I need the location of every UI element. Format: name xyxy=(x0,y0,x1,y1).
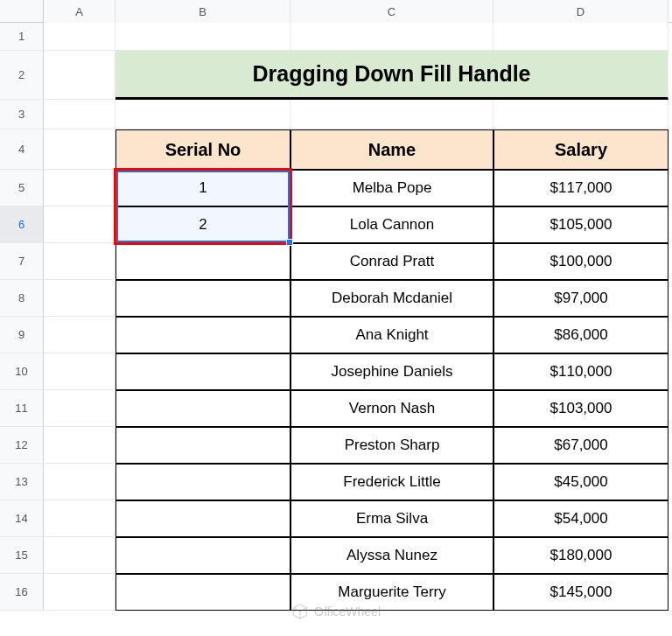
col-header-a[interactable]: A xyxy=(44,0,116,23)
serial-cell[interactable] xyxy=(116,317,290,353)
watermark-text: OfficeWheel xyxy=(314,605,381,619)
row-header[interactable]: 3 xyxy=(0,100,44,129)
watermark: OfficeWheel xyxy=(291,603,381,620)
cell[interactable] xyxy=(44,206,116,243)
serial-cell[interactable] xyxy=(116,537,290,574)
cell[interactable] xyxy=(290,23,494,51)
row-header[interactable]: 8 xyxy=(0,280,44,317)
serial-cell[interactable] xyxy=(116,243,290,280)
name-cell[interactable]: Ana Knight xyxy=(290,317,494,353)
row-header[interactable]: 13 xyxy=(0,464,44,500)
salary-cell[interactable]: $117,000 xyxy=(494,170,668,206)
logo-icon xyxy=(291,603,309,620)
row-header[interactable]: 9 xyxy=(0,317,44,353)
cell[interactable] xyxy=(44,390,116,427)
cell[interactable] xyxy=(44,537,116,574)
name-cell[interactable]: Preston Sharp xyxy=(290,427,494,464)
name-cell[interactable]: Erma Silva xyxy=(290,500,494,537)
serial-cell[interactable] xyxy=(116,280,290,317)
col-header-c[interactable]: C xyxy=(290,0,494,23)
cell[interactable] xyxy=(44,129,116,170)
row-headers: 1 2 3 4 5 6 7 8 9 10 11 12 13 14 15 16 xyxy=(0,23,44,611)
cell[interactable] xyxy=(116,100,290,129)
cell[interactable] xyxy=(44,280,116,317)
cell[interactable] xyxy=(44,243,116,280)
cell[interactable] xyxy=(290,100,494,129)
salary-cell[interactable]: $100,000 xyxy=(494,243,668,280)
serial-cell[interactable]: 2 xyxy=(116,206,290,243)
salary-cell[interactable]: $86,000 xyxy=(494,317,668,353)
row-header[interactable]: 10 xyxy=(0,353,44,390)
cell[interactable] xyxy=(44,427,116,464)
cell[interactable] xyxy=(44,464,116,500)
serial-cell[interactable]: 1 xyxy=(116,170,290,206)
serial-cell[interactable] xyxy=(116,353,290,390)
cell[interactable] xyxy=(44,500,116,537)
cell-grid[interactable]: Dragging Down Fill Handle Serial No Name… xyxy=(44,23,668,611)
name-cell[interactable]: Deborah Mcdaniel xyxy=(290,280,494,317)
name-cell[interactable]: Conrad Pratt xyxy=(290,243,494,280)
cell[interactable] xyxy=(44,353,116,390)
cell[interactable] xyxy=(116,23,290,51)
serial-cell[interactable] xyxy=(116,500,290,537)
cell[interactable] xyxy=(494,100,668,129)
row-header[interactable]: 12 xyxy=(0,427,44,464)
col-header-b[interactable]: B xyxy=(116,0,290,23)
name-cell[interactable]: Frederick Little xyxy=(290,464,494,500)
column-headers: A B C D xyxy=(0,0,672,23)
cell[interactable] xyxy=(494,23,668,51)
cell[interactable] xyxy=(44,51,116,100)
col-header-d[interactable]: D xyxy=(494,0,668,23)
serial-cell[interactable] xyxy=(116,390,290,427)
header-salary[interactable]: Salary xyxy=(494,129,668,170)
row-header[interactable]: 5 xyxy=(0,170,44,206)
name-cell[interactable]: Vernon Nash xyxy=(290,390,494,427)
header-serial[interactable]: Serial No xyxy=(116,129,290,170)
serial-cell[interactable] xyxy=(116,574,290,611)
salary-cell[interactable]: $180,000 xyxy=(494,537,668,574)
row-header[interactable]: 4 xyxy=(0,129,44,170)
row-header[interactable]: 15 xyxy=(0,537,44,574)
name-cell[interactable]: Melba Pope xyxy=(290,170,494,206)
row-header[interactable]: 1 xyxy=(0,23,44,51)
row-header[interactable]: 14 xyxy=(0,500,44,537)
cell[interactable] xyxy=(44,170,116,206)
title-cell[interactable]: Dragging Down Fill Handle xyxy=(116,51,668,100)
serial-cell[interactable] xyxy=(116,464,290,500)
salary-cell[interactable]: $105,000 xyxy=(494,206,668,243)
row-header[interactable]: 2 xyxy=(0,51,44,100)
row-header[interactable]: 6 xyxy=(0,206,44,243)
cell[interactable] xyxy=(44,100,116,129)
salary-cell[interactable]: $103,000 xyxy=(494,390,668,427)
name-cell[interactable]: Lola Cannon xyxy=(290,206,494,243)
serial-cell[interactable] xyxy=(116,427,290,464)
spreadsheet: A B C D 1 2 3 4 5 6 7 8 9 10 11 12 13 14… xyxy=(0,0,672,636)
name-cell[interactable]: Josephine Daniels xyxy=(290,353,494,390)
salary-cell[interactable]: $67,000 xyxy=(494,427,668,464)
select-all-corner[interactable] xyxy=(0,0,44,23)
row-header[interactable]: 16 xyxy=(0,574,44,611)
cell[interactable] xyxy=(44,317,116,353)
row-header[interactable]: 7 xyxy=(0,243,44,280)
name-cell[interactable]: Alyssa Nunez xyxy=(290,537,494,574)
salary-cell[interactable]: $145,000 xyxy=(494,574,668,611)
salary-cell[interactable]: $97,000 xyxy=(494,280,668,317)
salary-cell[interactable]: $54,000 xyxy=(494,500,668,537)
fill-handle[interactable] xyxy=(286,239,293,246)
row-header[interactable]: 11 xyxy=(0,390,44,427)
header-name[interactable]: Name xyxy=(290,129,494,170)
cell[interactable] xyxy=(44,23,116,51)
salary-cell[interactable]: $110,000 xyxy=(494,353,668,390)
salary-cell[interactable]: $45,000 xyxy=(494,464,668,500)
cell[interactable] xyxy=(44,574,116,611)
